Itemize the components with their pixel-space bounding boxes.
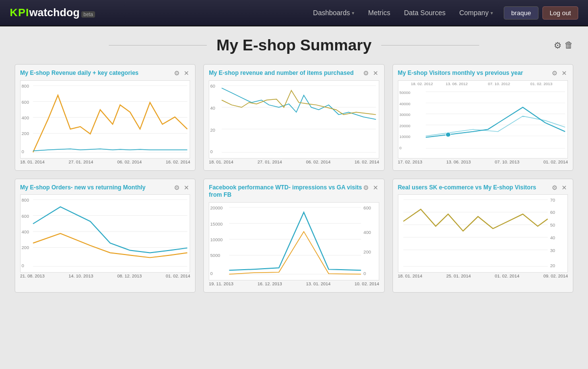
- widget-3-chart: 18. 02. 2012 13. 06. 2012 07. 10. 2012 0…: [398, 80, 568, 159]
- svg-text:0: 0: [22, 263, 24, 268]
- widget-4-settings[interactable]: ⚙: [173, 184, 181, 191]
- widget-3-header: My E-shop Visitors monthly vs previous y…: [398, 69, 568, 77]
- widget-5-actions: ⚙ ✕: [362, 184, 379, 191]
- widget-3-close[interactable]: ✕: [561, 69, 568, 77]
- widget-6-actions: ⚙ ✕: [551, 184, 568, 191]
- page-title: My E-shop Summary: [217, 36, 372, 54]
- widget-1-x-labels: 18. 01. 2014 27. 01. 2014 06. 02. 2014 1…: [20, 159, 190, 165]
- svg-text:15000: 15000: [210, 222, 222, 227]
- user-button[interactable]: braque: [504, 6, 538, 20]
- widget-2-settings[interactable]: ⚙: [362, 69, 370, 77]
- title-line-left: [109, 45, 207, 46]
- svg-text:50: 50: [550, 223, 555, 228]
- svg-text:0: 0: [399, 146, 402, 150]
- svg-text:10000: 10000: [210, 237, 222, 242]
- svg-text:40000: 40000: [399, 102, 411, 106]
- svg-text:40: 40: [210, 106, 215, 111]
- widget-1-settings[interactable]: ⚙: [173, 69, 181, 77]
- svg-text:01. 02. 2013: 01. 02. 2013: [530, 82, 552, 86]
- widget-1-close[interactable]: ✕: [183, 69, 190, 77]
- widget-2-svg: 60 40 20 0: [209, 81, 378, 158]
- widget-5-header: Facebook performance WTD- impressions vs…: [209, 184, 379, 199]
- widget-4-title: My E-shop Orders- new vs returning Month…: [20, 184, 173, 192]
- widget-6-close[interactable]: ✕: [561, 184, 568, 191]
- widget-1-chart: 800 600 400 200 0: [20, 80, 190, 159]
- nav-dashboards[interactable]: Dashboards ▾: [307, 6, 361, 20]
- svg-text:10000: 10000: [399, 135, 411, 138]
- svg-text:800: 800: [22, 84, 29, 89]
- widget-4-x-labels: 21. 08. 2013 14. 10. 2013 08. 12. 2013 0…: [20, 273, 190, 279]
- company-arrow: ▾: [490, 10, 493, 16]
- svg-text:13. 06. 2012: 13. 06. 2012: [445, 82, 467, 86]
- widget-3-svg: 18. 02. 2012 13. 06. 2012 07. 10. 2012 0…: [398, 81, 567, 158]
- widget-5-close[interactable]: ✕: [372, 184, 379, 191]
- widget-6-chart: 70 60 50 40 30 20: [398, 194, 568, 273]
- svg-text:200: 200: [364, 250, 371, 254]
- svg-text:400: 400: [22, 230, 29, 234]
- svg-text:400: 400: [364, 230, 371, 235]
- svg-text:50000: 50000: [399, 91, 411, 94]
- widget-6-title: Real users SK e-commerce vs My E-shop Vi…: [398, 184, 551, 192]
- widget-5-svg: 20000 15000 10000 5000 0 600 400 200 0: [209, 203, 378, 280]
- widget-4-chart: 800 600 400 200 0: [20, 194, 190, 273]
- widget-6-header: Real users SK e-commerce vs My E-shop Vi…: [398, 184, 568, 192]
- nav-metrics[interactable]: Metrics: [362, 6, 396, 20]
- dashboard-delete-button[interactable]: 🗑: [564, 40, 573, 51]
- widget-2-chart: 60 40 20 0: [209, 80, 379, 159]
- nav-company[interactable]: Company ▾: [453, 6, 499, 20]
- nav-data-sources[interactable]: Data Sources: [398, 6, 451, 20]
- widget-2: My E-shop revenue and number of items pu…: [203, 64, 384, 171]
- dashboard-grid: My E-shop Revenue daily + key categories…: [15, 64, 573, 293]
- title-line-right: [381, 45, 479, 46]
- widget-1: My E-shop Revenue daily + key categories…: [15, 64, 196, 171]
- svg-text:18. 02. 2012: 18. 02. 2012: [411, 82, 433, 86]
- svg-text:200: 200: [22, 131, 29, 136]
- dashboard-settings-button[interactable]: ⚙: [554, 40, 562, 51]
- logout-button[interactable]: Log out: [542, 6, 578, 20]
- widget-5-title: Facebook performance WTD- impressions vs…: [209, 184, 362, 199]
- widget-2-header: My E-shop revenue and number of items pu…: [209, 69, 379, 77]
- svg-text:0: 0: [22, 149, 24, 154]
- widget-5-settings[interactable]: ⚙: [362, 184, 370, 191]
- svg-text:800: 800: [22, 198, 29, 203]
- logo-watchdog: watchdog: [29, 6, 80, 19]
- navbar: KPI watchdog beta Dashboards ▾ Metrics D…: [0, 0, 588, 26]
- widget-6: Real users SK e-commerce vs My E-shop Vi…: [392, 179, 573, 293]
- svg-point-34: [445, 132, 450, 137]
- widget-4: My E-shop Orders- new vs returning Month…: [15, 179, 196, 293]
- widget-1-svg: 800 600 400 200 0: [21, 81, 190, 158]
- widget-3-actions: ⚙ ✕: [551, 69, 568, 77]
- svg-text:200: 200: [22, 245, 29, 250]
- widget-6-settings[interactable]: ⚙: [551, 184, 559, 191]
- main-content: My E-shop Summary ⚙ 🗑 My E-shop Revenue …: [0, 26, 588, 302]
- widget-2-close[interactable]: ✕: [372, 69, 379, 77]
- widget-2-actions: ⚙ ✕: [362, 69, 379, 77]
- widget-4-close[interactable]: ✕: [183, 184, 190, 191]
- widget-5-x-labels: 19. 11. 2013 16. 12. 2013 13. 01. 2014 1…: [209, 280, 379, 287]
- widget-3-settings[interactable]: ⚙: [551, 69, 559, 77]
- svg-text:0: 0: [210, 149, 213, 154]
- logo-beta: beta: [81, 11, 95, 18]
- logo: KPI watchdog beta: [10, 6, 95, 19]
- svg-text:5000: 5000: [210, 253, 220, 257]
- svg-text:30000: 30000: [399, 113, 411, 116]
- svg-text:600: 600: [22, 100, 29, 105]
- svg-text:30: 30: [550, 248, 555, 253]
- svg-text:600: 600: [364, 206, 371, 210]
- widget-1-title: My E-shop Revenue daily + key categories: [20, 69, 173, 77]
- nav-links: Dashboards ▾ Metrics Data Sources Compan…: [307, 6, 578, 20]
- widget-2-title: My E-shop revenue and number of items pu…: [209, 69, 362, 77]
- page-title-section: My E-shop Summary ⚙ 🗑: [15, 36, 573, 54]
- svg-text:0: 0: [364, 271, 366, 276]
- widget-4-svg: 800 600 400 200 0: [21, 195, 190, 272]
- widget-3: My E-shop Visitors monthly vs previous y…: [392, 64, 573, 171]
- svg-text:20000: 20000: [399, 124, 411, 128]
- svg-text:20: 20: [550, 263, 555, 268]
- widget-3-x-labels: 17. 02. 2013 13. 06. 2013 07. 10. 2013 0…: [398, 159, 568, 165]
- svg-text:60: 60: [550, 210, 555, 215]
- widget-2-x-labels: 18. 01. 2014 27. 01. 2014 06. 02. 2014 1…: [209, 159, 379, 165]
- widget-6-svg: 70 60 50 40 30 20: [398, 195, 567, 272]
- svg-text:0: 0: [210, 271, 213, 276]
- widget-1-header: My E-shop Revenue daily + key categories…: [20, 69, 190, 77]
- widget-5: Facebook performance WTD- impressions vs…: [203, 179, 384, 293]
